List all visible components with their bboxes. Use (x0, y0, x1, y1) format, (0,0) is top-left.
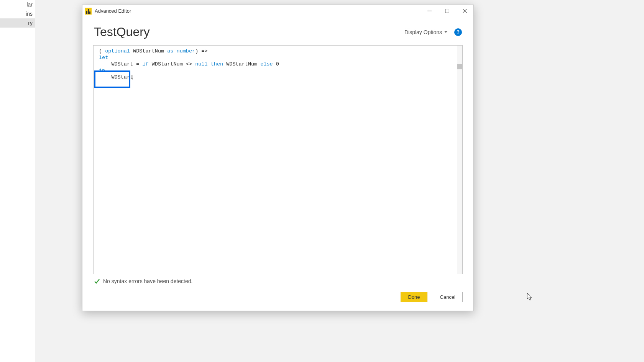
text-caret (133, 75, 133, 80)
cancel-button[interactable]: Cancel (433, 292, 463, 302)
sidebar-item[interactable]: ry (0, 18, 35, 28)
sidebar-item[interactable]: ins (0, 9, 35, 18)
checkmark-icon (94, 278, 100, 284)
queries-sidebar: lar ins ry (0, 0, 35, 362)
scrollbar-track[interactable] (457, 46, 462, 274)
dialog-footer: Done Cancel (82, 286, 473, 311)
close-button[interactable] (456, 5, 473, 17)
done-button[interactable]: Done (401, 292, 427, 302)
status-bar: No syntax errors have been detected. (82, 274, 473, 286)
maximize-button[interactable] (438, 5, 456, 17)
mouse-cursor-icon (527, 293, 533, 301)
sidebar-item[interactable]: lar (0, 0, 35, 9)
display-options-label: Display Options (404, 29, 442, 35)
display-options-dropdown[interactable]: Display Options (404, 29, 447, 35)
titlebar: Advanced Editor (82, 5, 473, 17)
minimize-button[interactable] (421, 5, 438, 17)
powerbi-icon (85, 8, 92, 15)
query-name: TestQuery (94, 25, 404, 39)
code-text[interactable]: ( optional WDStartNum as number) => let … (94, 46, 462, 83)
scrollbar-thumb[interactable] (457, 64, 462, 69)
advanced-editor-dialog: Advanced Editor TestQuery Display Option… (82, 5, 474, 311)
svg-rect-1 (445, 9, 449, 13)
header: TestQuery Display Options ? (82, 17, 473, 41)
window-title: Advanced Editor (95, 8, 131, 14)
status-text: No syntax errors have been detected. (103, 278, 192, 284)
code-editor[interactable]: ( optional WDStartNum as number) => let … (93, 45, 463, 274)
chevron-down-icon (444, 31, 447, 33)
help-button[interactable]: ? (454, 28, 462, 36)
